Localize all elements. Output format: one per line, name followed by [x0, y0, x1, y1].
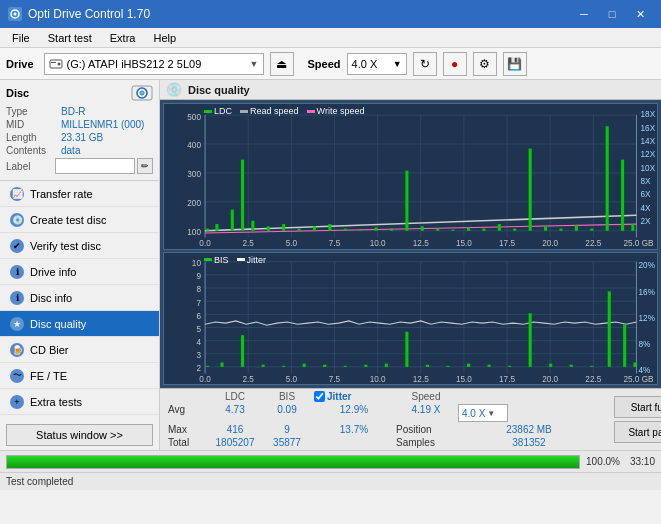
titlebar: Opti Drive Control 1.70 ─ □ ✕: [0, 0, 661, 28]
settings-button[interactable]: ⚙: [473, 52, 497, 76]
start-part-button[interactable]: Start part: [614, 421, 661, 443]
svg-rect-61: [513, 229, 516, 231]
svg-rect-57: [452, 230, 455, 231]
contents-value: data: [61, 145, 80, 156]
speed-select[interactable]: 4.0 X ▼: [347, 53, 407, 75]
svg-text:0.0: 0.0: [199, 374, 211, 384]
svg-text:2.5: 2.5: [243, 374, 255, 384]
svg-rect-66: [590, 229, 593, 231]
svg-text:500: 500: [187, 111, 201, 121]
svg-rect-134: [570, 364, 573, 366]
svg-rect-119: [262, 364, 265, 366]
sidebar-item-verify-test-disc[interactable]: ✔ Verify test disc: [0, 233, 159, 259]
nav-label-fe-te: FE / TE: [30, 370, 67, 382]
progress-fill: [7, 456, 579, 468]
burn-button[interactable]: ●: [443, 52, 467, 76]
disc-info-icon: ℹ: [10, 291, 24, 305]
svg-text:2: 2: [196, 363, 201, 373]
maximize-button[interactable]: □: [599, 4, 625, 24]
menu-starttest[interactable]: Start test: [40, 31, 100, 45]
progress-percent: 100.0%: [586, 456, 620, 467]
jitter-header: Jitter: [327, 391, 351, 402]
svg-rect-124: [364, 364, 367, 366]
sidebar-item-disc-quality[interactable]: ★ Disc quality: [0, 311, 159, 337]
disc-panel-title: Disc: [6, 87, 29, 99]
status-window-button[interactable]: Status window >>: [6, 424, 153, 446]
sidebar-item-disc-info[interactable]: ℹ Disc info: [0, 285, 159, 311]
bis-column-header: BIS: [262, 391, 312, 402]
minimize-button[interactable]: ─: [571, 4, 597, 24]
svg-rect-52: [375, 227, 378, 230]
nav-label-drive-info: Drive info: [30, 266, 76, 278]
sidebar-item-transfer-rate[interactable]: 📈 Transfer rate: [0, 181, 159, 207]
disc-label-label: Label: [6, 161, 55, 172]
status-text: Test completed: [6, 476, 73, 487]
total-ldc: 1805207: [210, 437, 260, 448]
sidebar-item-cd-bier[interactable]: 🍺 CD Bier: [0, 337, 159, 363]
svg-rect-42: [231, 210, 234, 231]
svg-text:15.0: 15.0: [456, 238, 472, 248]
mid-label: MID: [6, 119, 61, 130]
svg-text:5.0: 5.0: [286, 238, 298, 248]
disc-panel: Disc Type BD-R MID MILLENMR1 (000) Lengt…: [0, 80, 159, 181]
svg-rect-116: [206, 365, 209, 366]
create-test-disc-icon: 💿: [10, 213, 24, 227]
sidebar-item-fe-te[interactable]: 〜 FE / TE: [0, 363, 159, 389]
statusbar: Test completed: [0, 472, 661, 490]
transfer-rate-icon: 📈: [10, 187, 24, 201]
svg-rect-131: [508, 365, 511, 366]
menubar: File Start test Extra Help: [0, 28, 661, 48]
label-edit-button[interactable]: ✏: [137, 158, 153, 174]
svg-rect-138: [633, 362, 636, 366]
fe-te-icon: 〜: [10, 369, 24, 383]
sidebar-item-extra-tests[interactable]: + Extra tests: [0, 389, 159, 415]
jitter-checkbox[interactable]: [314, 391, 325, 402]
svg-rect-128: [446, 365, 449, 366]
svg-rect-68: [621, 160, 624, 231]
nav-label-cd-bier: CD Bier: [30, 344, 69, 356]
nav-list: 📈 Transfer rate 💿 Create test disc ✔ Ver…: [0, 181, 159, 415]
menu-file[interactable]: File: [4, 31, 38, 45]
dropdown-arrow: ▼: [250, 59, 259, 69]
nav-label-extra-tests: Extra tests: [30, 396, 82, 408]
svg-text:8: 8: [196, 284, 201, 294]
eject-button[interactable]: ⏏: [270, 52, 294, 76]
start-full-button[interactable]: Start full: [614, 396, 661, 418]
svg-text:4: 4: [196, 336, 201, 346]
menu-help[interactable]: Help: [145, 31, 184, 45]
svg-rect-59: [482, 229, 485, 231]
svg-point-1: [14, 13, 17, 16]
svg-text:17.5: 17.5: [499, 238, 515, 248]
svg-text:400: 400: [187, 140, 201, 150]
svg-rect-130: [488, 364, 491, 366]
max-label: Max: [168, 424, 208, 435]
svg-text:6X: 6X: [641, 189, 651, 199]
main-layout: Disc Type BD-R MID MILLENMR1 (000) Lengt…: [0, 80, 661, 450]
drive-select[interactable]: (G:) ATAPI iHBS212 2 5L09 ▼: [44, 53, 264, 75]
speed-column-header: Speed: [396, 391, 456, 402]
svg-rect-65: [575, 225, 578, 231]
svg-rect-55: [421, 226, 424, 230]
write-speed-legend-label: Write speed: [317, 106, 365, 116]
disc-quality-header-icon: 💿: [166, 82, 182, 97]
sidebar-item-drive-info[interactable]: ℹ Drive info: [0, 259, 159, 285]
ldc-chart: LDC Read speed Write speed: [163, 103, 658, 250]
sidebar-item-create-test-disc[interactable]: 💿 Create test disc: [0, 207, 159, 233]
close-button[interactable]: ✕: [627, 4, 653, 24]
menu-extra[interactable]: Extra: [102, 31, 144, 45]
disc-label-input[interactable]: [55, 158, 135, 174]
svg-rect-4: [51, 62, 56, 63]
progress-track: [6, 455, 580, 469]
svg-text:0.0: 0.0: [199, 238, 211, 248]
speed-dropdown[interactable]: 4.0 X ▼: [458, 404, 508, 422]
save-button[interactable]: 💾: [503, 52, 527, 76]
svg-text:100: 100: [187, 227, 201, 237]
ldc-legend-color: [204, 110, 212, 113]
disc-panel-header: Disc: [6, 84, 153, 102]
svg-rect-53: [390, 229, 393, 231]
svg-rect-47: [298, 229, 301, 231]
type-label: Type: [6, 106, 61, 117]
svg-rect-125: [385, 363, 388, 366]
samples-value: 381352: [458, 437, 600, 448]
refresh-button[interactable]: ↻: [413, 52, 437, 76]
